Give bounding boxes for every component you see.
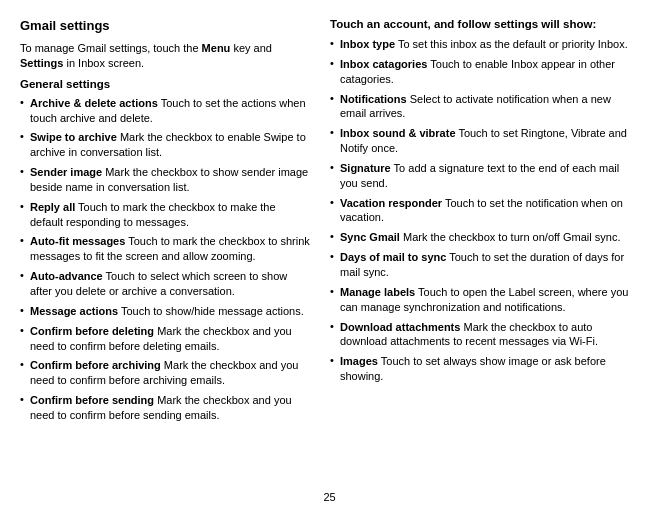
list-item: • Auto-advance Touch to select which scr…: [20, 269, 310, 299]
item-desc: Touch to show/hide message actions.: [121, 305, 304, 317]
list-item: • Reply all Touch to mark the checkbox t…: [20, 200, 310, 230]
bullet: •: [330, 285, 340, 297]
item-content: Vacation responder Touch to set the noti…: [340, 196, 639, 226]
item-content: Signature To add a signature text to the…: [340, 161, 639, 191]
bullet: •: [330, 320, 340, 332]
item-content: Manage labels Touch to open the Label sc…: [340, 285, 639, 315]
bullet: •: [330, 37, 340, 49]
item-term: Sender image: [30, 166, 102, 178]
left-section-title: General settings: [20, 78, 310, 90]
list-item: • Notifications Select to activate notif…: [330, 92, 639, 122]
right-column: Touch an account, and follow settings wi…: [330, 18, 639, 428]
list-item: • Confirm before archiving Mark the chec…: [20, 358, 310, 388]
item-content: Inbox sound & vibrate Touch to set Ringt…: [340, 126, 639, 156]
item-term: Inbox catagories: [340, 58, 427, 70]
right-section-title: Touch an account, and follow settings wi…: [330, 18, 639, 30]
bullet: •: [330, 230, 340, 242]
item-content: Days of mail to sync Touch to set the du…: [340, 250, 639, 280]
intro-text: To manage Gmail settings, touch the Menu…: [20, 41, 310, 71]
page: Gmail settings To manage Gmail settings,…: [0, 0, 659, 511]
page-number: 25: [0, 491, 659, 503]
item-content: Sync Gmail Mark the checkbox to turn on/…: [340, 230, 639, 245]
item-content: Confirm before sending Mark the checkbox…: [30, 393, 310, 423]
item-desc: To set this inbox as the default or prio…: [398, 38, 628, 50]
item-term: Confirm before deleting: [30, 325, 154, 337]
item-content: Images Touch to set always show image or…: [340, 354, 639, 384]
item-term: Reply all: [30, 201, 75, 213]
item-term: Download attachments: [340, 321, 460, 333]
item-term: Confirm before sending: [30, 394, 154, 406]
item-term: Auto-advance: [30, 270, 103, 282]
item-content: Archive & delete actions Touch to set th…: [30, 96, 310, 126]
item-term: Inbox type: [340, 38, 395, 50]
item-content: Notifications Select to activate notific…: [340, 92, 639, 122]
bullet: •: [20, 96, 30, 108]
bullet: •: [20, 324, 30, 336]
item-term: Notifications: [340, 93, 407, 105]
item-term: Confirm before archiving: [30, 359, 161, 371]
item-content: Confirm before deleting Mark the checkbo…: [30, 324, 310, 354]
bullet: •: [20, 234, 30, 246]
item-term: Message actions: [30, 305, 118, 317]
item-content: Auto-fit messages Touch to mark the chec…: [30, 234, 310, 264]
list-item: • Auto-fit messages Touch to mark the ch…: [20, 234, 310, 264]
left-column: Gmail settings To manage Gmail settings,…: [20, 18, 310, 428]
list-item: • Manage labels Touch to open the Label …: [330, 285, 639, 315]
item-content: Auto-advance Touch to select which scree…: [30, 269, 310, 299]
bullet: •: [20, 393, 30, 405]
bullet: •: [330, 354, 340, 366]
item-term: Days of mail to sync: [340, 251, 446, 263]
bullet: •: [330, 57, 340, 69]
bullet: •: [330, 92, 340, 104]
bullet: •: [20, 269, 30, 281]
item-content: Reply all Touch to mark the checkbox to …: [30, 200, 310, 230]
bullet: •: [20, 358, 30, 370]
item-desc: Mark the checkbox to turn on/off Gmail s…: [403, 231, 620, 243]
list-item: • Sync Gmail Mark the checkbox to turn o…: [330, 230, 639, 245]
list-item: • Inbox type To set this inbox as the de…: [330, 37, 639, 52]
list-item: • Vacation responder Touch to set the no…: [330, 196, 639, 226]
item-term: Sync Gmail: [340, 231, 400, 243]
item-content: Download attachments Mark the checkbox t…: [340, 320, 639, 350]
bullet: •: [330, 196, 340, 208]
item-term: Manage labels: [340, 286, 415, 298]
page-title: Gmail settings: [20, 18, 310, 33]
list-item: • Confirm before sending Mark the checkb…: [20, 393, 310, 423]
bullet: •: [20, 304, 30, 316]
list-item: • Message actions Touch to show/hide mes…: [20, 304, 310, 319]
item-term: Vacation responder: [340, 197, 442, 209]
item-desc: Touch to set always show image or ask be…: [340, 355, 606, 382]
item-term: Archive & delete actions: [30, 97, 158, 109]
bullet: •: [20, 200, 30, 212]
list-item: • Sender image Mark the checkbox to show…: [20, 165, 310, 195]
list-item: • Swipe to archive Mark the checkbox to …: [20, 130, 310, 160]
bullet: •: [330, 161, 340, 173]
item-content: Confirm before archiving Mark the checkb…: [30, 358, 310, 388]
list-item: • Images Touch to set always show image …: [330, 354, 639, 384]
two-column-layout: Gmail settings To manage Gmail settings,…: [20, 18, 639, 428]
list-item: • Inbox catagories Touch to enable Inbox…: [330, 57, 639, 87]
item-term: Inbox sound & vibrate: [340, 127, 456, 139]
list-item: • Days of mail to sync Touch to set the …: [330, 250, 639, 280]
item-content: Inbox type To set this inbox as the defa…: [340, 37, 639, 52]
item-term: Auto-fit messages: [30, 235, 125, 247]
list-item: • Inbox sound & vibrate Touch to set Rin…: [330, 126, 639, 156]
item-content: Inbox catagories Touch to enable Inbox a…: [340, 57, 639, 87]
bullet: •: [330, 250, 340, 262]
item-term: Signature: [340, 162, 391, 174]
bullet: •: [330, 126, 340, 138]
item-content: Message actions Touch to show/hide messa…: [30, 304, 310, 319]
item-content: Sender image Mark the checkbox to show s…: [30, 165, 310, 195]
list-item: • Signature To add a signature text to t…: [330, 161, 639, 191]
list-item: • Confirm before deleting Mark the check…: [20, 324, 310, 354]
item-content: Swipe to archive Mark the checkbox to en…: [30, 130, 310, 160]
item-term: Images: [340, 355, 378, 367]
bullet: •: [20, 130, 30, 142]
bullet: •: [20, 165, 30, 177]
item-term: Swipe to archive: [30, 131, 117, 143]
list-item: • Download attachments Mark the checkbox…: [330, 320, 639, 350]
list-item: • Archive & delete actions Touch to set …: [20, 96, 310, 126]
